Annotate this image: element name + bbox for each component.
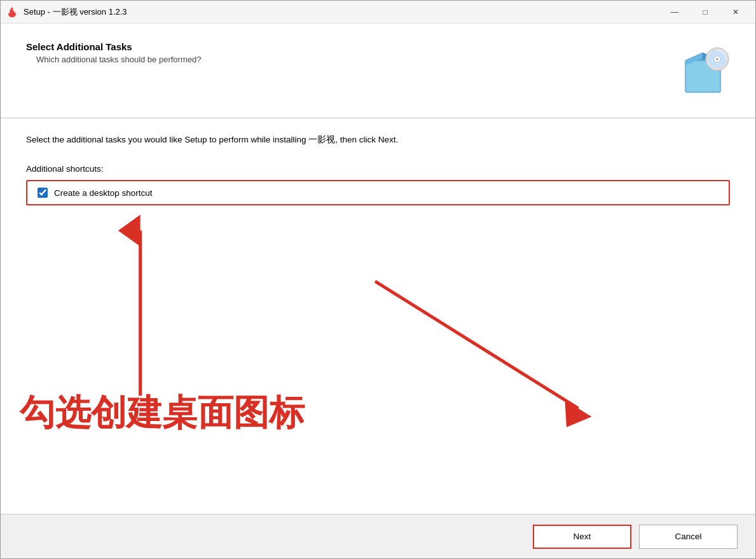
section-divider xyxy=(1,118,755,118)
svg-point-4 xyxy=(716,58,718,60)
window-controls: — □ ✕ xyxy=(660,2,750,22)
title-bar: Setup - 一影视 version 1.2.3 — □ ✕ xyxy=(1,1,755,24)
setup-icon xyxy=(673,41,730,99)
setup-window: Setup - 一影视 version 1.2.3 — □ ✕ Select A… xyxy=(0,0,756,559)
window-title: Setup - 一影视 version 1.2.3 xyxy=(24,6,660,18)
header-subtitle: Which additional tasks should be perform… xyxy=(26,55,673,64)
header-title: Select Additional Tasks xyxy=(26,41,673,52)
minimize-button[interactable]: — xyxy=(660,2,689,22)
annotation-text: 勾选创建桌面图标 xyxy=(20,389,305,438)
header-section: Select Additional Tasks Which additional… xyxy=(26,41,730,99)
close-button[interactable]: ✕ xyxy=(721,2,750,22)
footer: Next Cancel xyxy=(1,514,755,558)
next-button[interactable]: Next xyxy=(533,525,631,549)
svg-line-8 xyxy=(375,281,578,408)
checkbox-label: Create a desktop shortcut xyxy=(54,188,153,198)
cancel-button[interactable]: Cancel xyxy=(639,525,738,549)
desktop-shortcut-checkbox[interactable] xyxy=(38,188,48,198)
main-content: Select Additional Tasks Which additional… xyxy=(1,24,755,514)
description-text: Select the additional tasks you would li… xyxy=(26,134,730,146)
shortcuts-label: Additional shortcuts: xyxy=(26,164,730,174)
header-text: Select Additional Tasks Which additional… xyxy=(26,41,673,64)
app-icon xyxy=(6,6,18,18)
desktop-shortcut-checkbox-wrapper[interactable]: Create a desktop shortcut xyxy=(26,180,730,205)
maximize-button[interactable]: □ xyxy=(691,2,720,22)
